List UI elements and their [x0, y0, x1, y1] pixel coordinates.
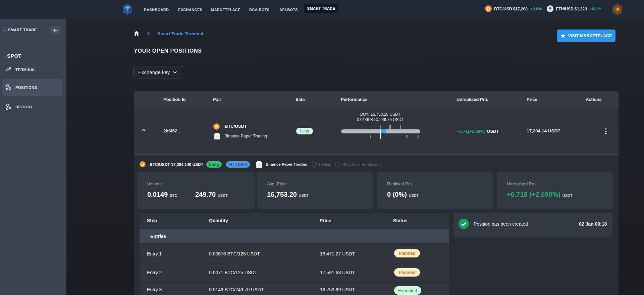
svg-text:₿: ₿ [487, 7, 490, 11]
svg-text:₿: ₿ [215, 125, 218, 129]
svg-text:₿: ₿ [141, 162, 144, 166]
